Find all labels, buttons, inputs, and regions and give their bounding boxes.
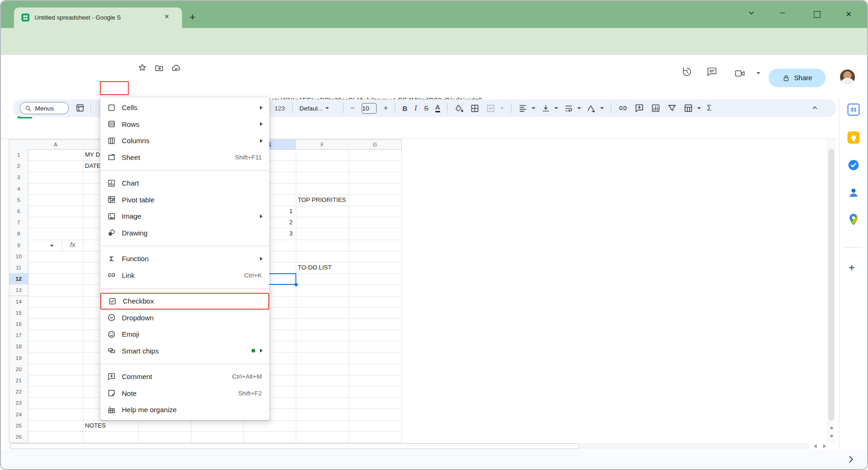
toolbar-search-menus[interactable]: Menus — [20, 102, 69, 114]
horizontal-align-dropdown-icon[interactable] — [532, 107, 535, 109]
strikethrough-button[interactable]: S — [424, 104, 428, 112]
row-header-15[interactable]: 15 — [9, 307, 28, 319]
italic-button[interactable]: I — [414, 104, 417, 112]
scroll-left-icon[interactable] — [814, 444, 817, 448]
insert-chart-icon[interactable] — [651, 104, 660, 113]
number-format-button[interactable]: 123 — [274, 105, 285, 112]
menu-item-function[interactable]: Σ Function — [100, 250, 269, 267]
row-header-6[interactable]: 6 — [9, 206, 28, 217]
horizontal-scrollbar-thumb[interactable] — [10, 443, 579, 449]
text-rotation-dropdown-icon[interactable] — [600, 107, 604, 109]
google-maps-icon[interactable] — [847, 213, 860, 225]
row-header-10[interactable]: 10 — [9, 251, 28, 263]
row-header-3[interactable]: 3 — [9, 172, 28, 183]
text-wrap-icon[interactable] — [564, 104, 573, 113]
cell-B1[interactable]: MY D — [85, 149, 100, 160]
vertical-scrollbar[interactable] — [827, 139, 835, 442]
decrease-font-size-button[interactable]: − — [350, 104, 355, 112]
collapse-toolbar-icon[interactable] — [811, 104, 819, 113]
grid-corner[interactable] — [9, 139, 28, 150]
text-rotation-icon[interactable] — [587, 104, 596, 113]
menu-item-emoji[interactable]: Emoji — [100, 326, 269, 343]
menu-item-link[interactable]: Link Ctrl+K — [100, 267, 269, 284]
menu-item-image[interactable]: Image — [100, 208, 269, 225]
row-header-2[interactable]: 2 — [9, 160, 28, 172]
menu-item-dropdown[interactable]: Dropdown — [100, 310, 269, 326]
row-header-13[interactable]: 13 — [9, 284, 28, 296]
increase-font-size-button[interactable]: + — [384, 104, 388, 112]
bold-button[interactable]: B — [402, 104, 407, 112]
horizontal-align-icon[interactable] — [518, 104, 527, 113]
google-calendar-icon[interactable]: 31 — [847, 104, 860, 116]
insert-link-icon[interactable] — [618, 104, 628, 113]
menu-item-pivot-table[interactable]: Pivot table — [100, 192, 269, 208]
borders-icon[interactable] — [470, 104, 479, 113]
font-size-input[interactable]: 10 — [362, 103, 377, 114]
filter-icon[interactable] — [667, 104, 677, 113]
row-header-12[interactable]: 12 — [9, 273, 28, 285]
row-header-18[interactable]: 18 — [9, 341, 28, 352]
menu-item-checkbox[interactable]: Checkbox — [100, 293, 269, 310]
column-header-A[interactable]: A — [28, 139, 84, 150]
google-contacts-icon[interactable] — [847, 187, 860, 199]
vertical-align-icon[interactable] — [541, 104, 550, 113]
row-header-19[interactable]: 19 — [9, 352, 28, 364]
menu-item-cells[interactable]: Cells — [100, 99, 269, 116]
row-header-21[interactable]: 21 — [9, 375, 28, 387]
vertical-align-dropdown-icon[interactable] — [554, 107, 558, 109]
scroll-up-icon[interactable] — [830, 426, 833, 429]
row-header-7[interactable]: 7 — [9, 217, 28, 228]
menu-item-smart-chips[interactable]: Smart chips — [100, 343, 269, 359]
row-header-17[interactable]: 17 — [9, 330, 28, 341]
fill-color-icon[interactable] — [455, 104, 463, 113]
vertical-scrollbar-thumb[interactable] — [829, 149, 834, 421]
side-panel-divider — [839, 99, 840, 448]
row-header-22[interactable]: 22 — [9, 386, 28, 398]
column-header-F[interactable]: F — [296, 139, 349, 150]
table-views-dropdown-icon[interactable] — [697, 107, 701, 109]
menu-item-help-me-organize[interactable]: Help me organize — [100, 401, 269, 418]
cell-B2[interactable]: DATE — [85, 160, 101, 172]
google-tasks-icon[interactable] — [847, 159, 860, 171]
text-color-button[interactable]: A — [435, 104, 440, 112]
menu-item-rows[interactable]: Rows — [100, 116, 269, 133]
text-wrap-dropdown-icon[interactable] — [577, 107, 581, 109]
menu-item-note[interactable]: Note Shift+F2 — [100, 385, 269, 402]
open-side-panel-icon[interactable] — [847, 455, 856, 466]
fill-handle[interactable] — [294, 283, 298, 286]
row-header-1[interactable]: 1 — [9, 149, 28, 161]
menu-item-drawing[interactable]: Drawing — [100, 225, 269, 242]
row-header-14[interactable]: 14 — [9, 296, 28, 308]
merge-dropdown-icon[interactable] — [500, 107, 504, 109]
merge-cells-icon[interactable] — [486, 104, 495, 113]
row-header-23[interactable]: 23 — [9, 397, 28, 409]
row-header-8[interactable]: 8 — [9, 228, 28, 240]
cell-F11[interactable]: TO-DO LIST — [298, 262, 332, 273]
menu-item-columns[interactable]: Columns — [100, 132, 269, 149]
menu-item-comment[interactable]: Comment Ctrl+Alt+M — [100, 368, 269, 385]
cell-B25[interactable]: NOTES — [85, 420, 106, 431]
row-header-11[interactable]: 11 — [9, 262, 28, 274]
table-chart-icon[interactable] — [76, 104, 84, 114]
row-header-25[interactable]: 25 — [9, 420, 28, 432]
row-header-5[interactable]: 5 — [9, 194, 28, 206]
menu-item-sheet[interactable]: Sheet Shift+F11 — [100, 149, 269, 166]
insert-comment-icon[interactable] — [635, 104, 644, 113]
google-keep-icon[interactable] — [847, 131, 860, 144]
font-select[interactable]: Defaul... — [300, 105, 336, 112]
row-header-9[interactable]: 9 — [9, 240, 28, 251]
row-header-26[interactable]: 26 — [9, 431, 28, 443]
get-add-ons-button[interactable]: + — [848, 261, 855, 274]
menu-item-chart[interactable]: Chart — [100, 175, 269, 192]
row-header-16[interactable]: 16 — [9, 318, 28, 330]
table-views-icon[interactable] — [684, 104, 693, 113]
row-header-4[interactable]: 4 — [9, 183, 28, 195]
row-header-20[interactable]: 20 — [9, 364, 28, 375]
functions-button[interactable]: Σ — [707, 104, 712, 112]
cell-F5[interactable]: TOP PRIORITIES — [298, 194, 346, 206]
column-header-G[interactable]: G — [349, 139, 402, 150]
row-header-24[interactable]: 24 — [9, 408, 28, 420]
scroll-down-icon[interactable] — [830, 435, 833, 438]
horizontal-scrollbar[interactable] — [9, 443, 810, 449]
scroll-right-icon[interactable] — [823, 444, 826, 448]
